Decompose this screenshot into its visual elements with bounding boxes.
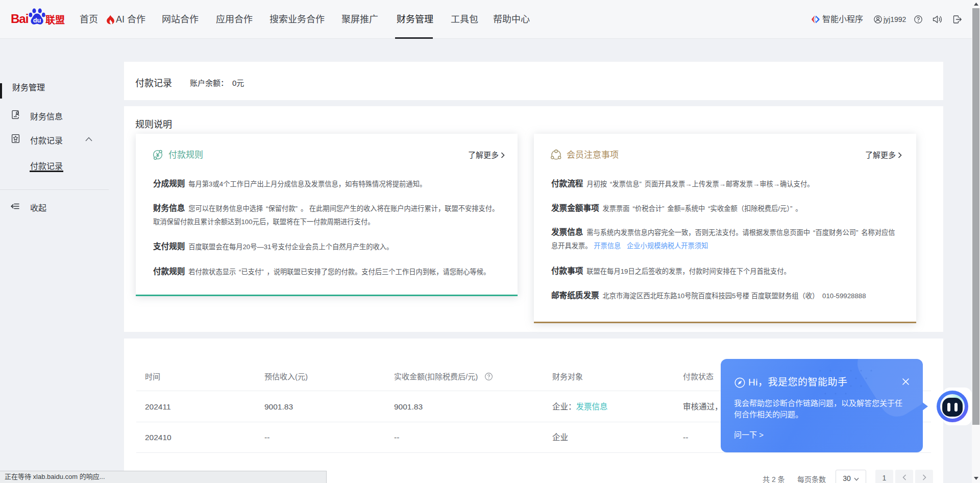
svg-text:du: du [33,16,41,24]
